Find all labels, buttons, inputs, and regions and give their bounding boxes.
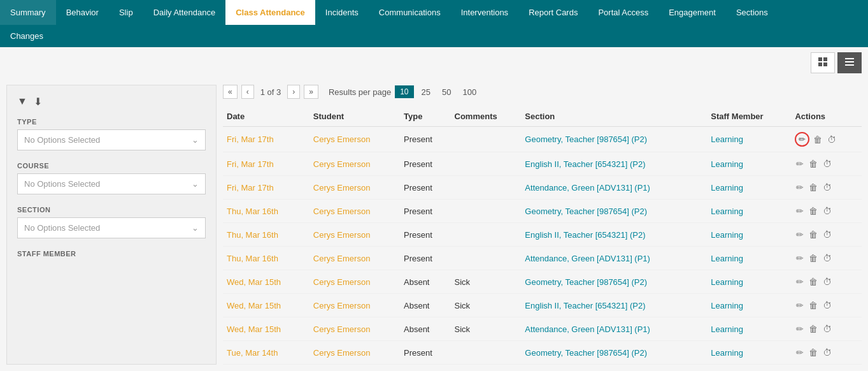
cell-staff[interactable]: Learning bbox=[707, 223, 791, 247]
cell-staff[interactable]: Learning bbox=[707, 176, 791, 200]
cell-section[interactable]: Attendance, Green [ADV131] (P1) bbox=[521, 317, 707, 341]
tab-engagement[interactable]: Engagement bbox=[658, 0, 726, 25]
cell-staff[interactable]: Learning bbox=[707, 200, 791, 223]
col-date: Date bbox=[223, 106, 309, 127]
cell-staff[interactable]: Learning bbox=[707, 247, 791, 270]
course-filter-chevron: ⌄ bbox=[192, 179, 199, 189]
grid-view-button[interactable] bbox=[811, 52, 835, 73]
per-page-100[interactable]: 100 bbox=[459, 85, 480, 99]
type-filter-group: TYPE No Options Selected ⌄ bbox=[17, 118, 206, 150]
edit-icon[interactable]: ✏ bbox=[795, 323, 805, 335]
history-icon[interactable]: ⏱ bbox=[822, 346, 833, 359]
last-page-button[interactable]: » bbox=[304, 85, 318, 99]
cell-section[interactable]: Geometry, Teacher [987654] (P2) bbox=[521, 127, 707, 152]
first-page-button[interactable]: « bbox=[223, 85, 238, 99]
cell-staff[interactable]: Learning bbox=[707, 317, 791, 341]
type-filter-select[interactable]: No Options Selected ⌄ bbox=[17, 129, 206, 150]
cell-student[interactable]: Cerys Emerson bbox=[309, 317, 400, 341]
cell-section[interactable]: Geometry, Teacher [987654] (P2) bbox=[521, 270, 707, 294]
history-icon[interactable]: ⏱ bbox=[822, 205, 833, 217]
prev-page-button[interactable]: ‹ bbox=[241, 85, 254, 99]
delete-icon[interactable]: 🗑 bbox=[812, 133, 823, 146]
delete-icon[interactable]: 🗑 bbox=[808, 323, 819, 335]
tab-daily-attendance[interactable]: Daily Attendance bbox=[143, 0, 226, 25]
cell-date: Thu, Mar 16th bbox=[223, 223, 309, 247]
pagination: « ‹ 1 of 3 › » Results per page 10 25 50… bbox=[223, 85, 862, 99]
edit-icon[interactable]: ✏ bbox=[795, 299, 805, 312]
edit-icon[interactable]: ✏ bbox=[795, 181, 805, 194]
per-page-50[interactable]: 50 bbox=[438, 85, 455, 99]
delete-icon[interactable]: 🗑 bbox=[808, 181, 819, 194]
tab-interventions[interactable]: Interventions bbox=[451, 0, 518, 25]
cell-student[interactable]: Cerys Emerson bbox=[309, 270, 400, 294]
delete-icon[interactable]: 🗑 bbox=[808, 252, 819, 265]
tab-summary[interactable]: Summary bbox=[0, 0, 56, 25]
section-filter-select[interactable]: No Options Selected ⌄ bbox=[17, 217, 206, 238]
cell-staff[interactable]: Learning bbox=[707, 152, 791, 176]
cell-student[interactable]: Cerys Emerson bbox=[309, 341, 400, 365]
cell-date: Wed, Mar 15th bbox=[223, 270, 309, 294]
history-icon[interactable]: ⏱ bbox=[822, 323, 833, 335]
edit-icon[interactable]: ✏ bbox=[795, 252, 805, 265]
cell-student[interactable]: Cerys Emerson bbox=[309, 247, 400, 270]
delete-icon[interactable]: 🗑 bbox=[808, 299, 819, 312]
list-view-button[interactable] bbox=[837, 52, 862, 73]
history-icon[interactable]: ⏱ bbox=[826, 133, 837, 146]
cell-staff[interactable]: Learning bbox=[707, 294, 791, 317]
cell-staff[interactable]: Learning bbox=[707, 127, 791, 152]
history-icon[interactable]: ⏱ bbox=[822, 181, 833, 194]
history-icon[interactable]: ⏱ bbox=[822, 275, 833, 288]
edit-icon[interactable]: ✏ bbox=[795, 228, 805, 241]
cell-student[interactable]: Cerys Emerson bbox=[309, 200, 400, 223]
cell-student[interactable]: Cerys Emerson bbox=[309, 294, 400, 317]
edit-icon[interactable]: ✏ bbox=[795, 205, 805, 217]
table-row: Thu, Mar 16th Cerys Emerson Present Engl… bbox=[223, 223, 862, 247]
tab-behavior[interactable]: Behavior bbox=[56, 0, 109, 25]
cell-section[interactable]: English II, Teacher [654321] (P2) bbox=[521, 152, 707, 176]
tab-class-attendance[interactable]: Class Attendance bbox=[225, 0, 315, 25]
cell-staff[interactable]: Learning bbox=[707, 341, 791, 365]
history-icon[interactable]: ⏱ bbox=[822, 252, 833, 265]
cell-section[interactable]: Attendance, Green [ADV131] (P1) bbox=[521, 247, 707, 270]
delete-icon[interactable]: 🗑 bbox=[808, 275, 819, 288]
delete-icon[interactable]: 🗑 bbox=[808, 228, 819, 241]
per-page-25[interactable]: 25 bbox=[418, 85, 434, 99]
edit-icon[interactable]: ✏ bbox=[795, 275, 805, 288]
cell-section[interactable]: English II, Teacher [654321] (P2) bbox=[521, 223, 707, 247]
cell-staff[interactable]: Learning bbox=[707, 270, 791, 294]
delete-icon[interactable]: 🗑 bbox=[808, 346, 819, 359]
cell-section[interactable]: English II, Teacher [654321] (P2) bbox=[521, 294, 707, 317]
edit-icon[interactable]: ✏ bbox=[795, 346, 805, 359]
edit-icon[interactable]: ✏ bbox=[795, 157, 805, 170]
tab-changes[interactable]: Changes bbox=[0, 25, 53, 47]
col-actions: Actions bbox=[791, 106, 862, 127]
delete-icon[interactable]: 🗑 bbox=[808, 205, 819, 217]
cell-student[interactable]: Cerys Emerson bbox=[309, 176, 400, 200]
tab-communications[interactable]: Communications bbox=[369, 0, 451, 25]
cell-actions: ✏ 🗑 ⏱ bbox=[791, 223, 862, 247]
tab-portal-access[interactable]: Portal Access bbox=[588, 0, 658, 25]
cell-section[interactable]: Geometry, Teacher [987654] (P2) bbox=[521, 341, 707, 365]
history-icon[interactable]: ⏱ bbox=[822, 157, 833, 170]
next-page-button[interactable]: › bbox=[287, 85, 300, 99]
download-icon[interactable]: ⬇ bbox=[34, 96, 42, 108]
cell-student[interactable]: Cerys Emerson bbox=[309, 152, 400, 176]
tab-slip[interactable]: Slip bbox=[109, 0, 143, 25]
course-filter-select[interactable]: No Options Selected ⌄ bbox=[17, 173, 206, 194]
history-icon[interactable]: ⏱ bbox=[822, 228, 833, 241]
filter-icon[interactable]: ▼ bbox=[17, 96, 27, 108]
tab-sections[interactable]: Sections bbox=[726, 0, 778, 25]
history-icon[interactable]: ⏱ bbox=[822, 299, 833, 312]
cell-student[interactable]: Cerys Emerson bbox=[309, 223, 400, 247]
table-row: Wed, Mar 15th Cerys Emerson Absent Sick … bbox=[223, 270, 862, 294]
cell-student[interactable]: Cerys Emerson bbox=[309, 127, 400, 152]
delete-icon[interactable]: 🗑 bbox=[808, 157, 819, 170]
page-indicator: 1 of 3 bbox=[260, 87, 281, 97]
cell-section[interactable]: Geometry, Teacher [987654] (P2) bbox=[521, 200, 707, 223]
cell-section[interactable]: Attendance, Green [ADV131] (P1) bbox=[521, 176, 707, 200]
per-page-10[interactable]: 10 bbox=[395, 85, 413, 98]
tab-incidents[interactable]: Incidents bbox=[315, 0, 369, 25]
edit-icon[interactable]: ✏ bbox=[795, 132, 809, 147]
tab-report-cards[interactable]: Report Cards bbox=[518, 0, 588, 25]
table-body: Fri, Mar 17th Cerys Emerson Present Geom… bbox=[223, 127, 862, 365]
